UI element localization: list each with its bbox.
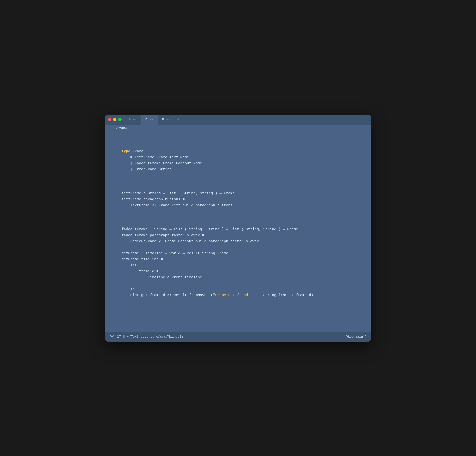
- statusbar: [+] 27:8 ~/Text-adventure/src/Main.elm […: [105, 332, 371, 342]
- tab-b[interactable]: B ⌘1: [124, 115, 141, 125]
- breadcrumb-bar: + — FRAME: [105, 125, 371, 132]
- code-editor[interactable]: type Frame = TextFrame Frame.Text.Model …: [105, 132, 371, 332]
- code-line-blank8: [113, 298, 363, 304]
- titlebar: B ⌘1 D ⌘2 D ⌘3 +: [105, 115, 371, 125]
- add-tab-button[interactable]: +: [174, 117, 182, 122]
- code-line-textframe-body: TextFrame <| Frame.Text.build paragraph …: [113, 203, 363, 209]
- maximize-button[interactable]: [118, 118, 122, 121]
- code-line-2: [113, 143, 363, 149]
- code-line-timeline-current: Timeline.current timeline: [113, 275, 363, 281]
- breadcrumb-title: FRAME: [116, 126, 128, 130]
- code-line-blank2: [113, 179, 363, 185]
- code-line-blank6: [113, 220, 363, 226]
- code-line-dash: -: [113, 245, 363, 251]
- code-line-blank7: [113, 281, 363, 287]
- tab-d1-shortcut: ⌘2: [150, 118, 153, 121]
- code-line-blank4: [113, 209, 363, 215]
- code-line-blank5: [113, 214, 363, 220]
- code-line-in: in: [113, 287, 363, 293]
- code-line-getframe-sig: getFrame : Timeline → World → Result Str…: [113, 251, 363, 257]
- code-line-blank1: [113, 173, 363, 179]
- code-line-fadeout-def: fadeoutFrame paragraph faster slower =: [113, 233, 363, 239]
- code-line-type: type Frame: [113, 149, 363, 155]
- close-button[interactable]: [108, 118, 111, 121]
- code-line-textframe: = TextFrame Frame.Text.Model: [113, 155, 363, 161]
- code-line-let: let: [113, 263, 363, 269]
- tab-d2[interactable]: D ⌘3: [158, 115, 174, 125]
- code-line-textframe-def: textFrame paragraph buttons =: [113, 197, 363, 203]
- code-line-blank3: [113, 185, 363, 191]
- code-line-fadeout-sig: fadeoutFrame : String → List ( String, S…: [113, 226, 363, 233]
- code-line-fadeout-body: FadeoutFrame <| Frame.Fadeout.build para…: [113, 239, 363, 245]
- status-left: [+] 27:8 ~/Text-adventure/src/Main.elm: [109, 335, 183, 339]
- minimize-button[interactable]: [113, 118, 116, 121]
- breadcrumb-plus: +: [109, 126, 111, 130]
- breadcrumb-dash: —: [113, 126, 115, 130]
- code-line-frameid: frameId =: [113, 269, 363, 275]
- code-line-fadeout: | FadeoutFrame Frame.Fadeout.Model: [113, 161, 363, 167]
- tab-d2-shortcut: ⌘3: [167, 118, 170, 121]
- tab-d1-name: D: [145, 118, 147, 121]
- tab-bar: B ⌘1 D ⌘2 D ⌘3 +: [124, 115, 368, 125]
- code-line-1: [113, 137, 363, 143]
- tab-b-shortcut: ⌘1: [133, 118, 136, 121]
- code-line-textframe-sig: textFrame : String → List ( String, Stri…: [113, 191, 363, 197]
- tab-d1[interactable]: D ⌘2: [141, 115, 158, 125]
- main-window: B ⌘1 D ⌘2 D ⌘3 + + — FRAME type Frame = …: [105, 115, 371, 342]
- code-line-error: | ErrorFrame String: [113, 167, 363, 173]
- code-line-getframe-def: getFrame timeline =: [113, 257, 363, 263]
- status-right: [Git(main)]: [345, 335, 367, 339]
- tab-b-name: B: [129, 118, 131, 121]
- code-line-dict-get: Dict.get frameId >> Result.fromMaybe ("F…: [113, 292, 363, 298]
- traffic-lights: [108, 118, 122, 121]
- tab-d2-name: D: [162, 118, 164, 121]
